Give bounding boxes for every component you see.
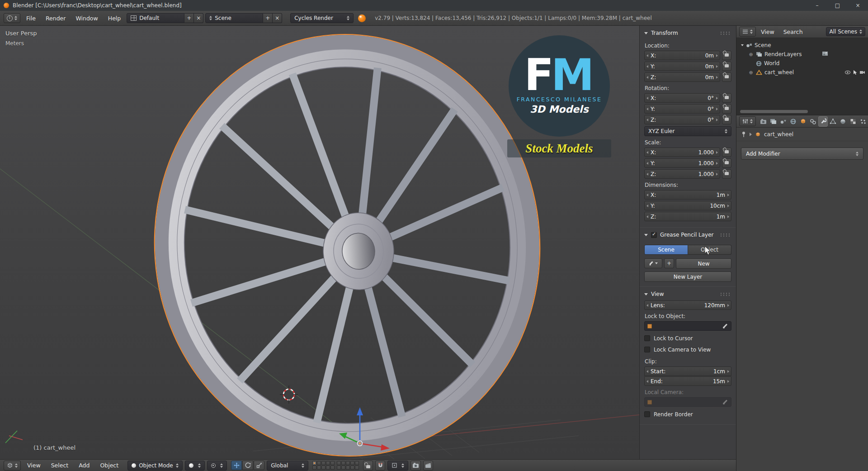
menu-render[interactable]: Render xyxy=(42,15,70,22)
scene-selector[interactable]: Scene xyxy=(205,13,263,23)
layers-widget[interactable] xyxy=(312,461,359,470)
location-z-lock-button[interactable] xyxy=(722,72,731,82)
render-visibility-icon[interactable] xyxy=(859,70,865,75)
location-y-field[interactable]: Y:0m xyxy=(644,62,720,71)
properties-editor-type-selector[interactable] xyxy=(739,116,756,126)
render-border-checkbox[interactable] xyxy=(644,411,650,417)
pivot-center-selector[interactable] xyxy=(207,461,227,471)
tab-scene[interactable]: Scene xyxy=(644,245,688,255)
render-engine-selector[interactable]: Cycles Render xyxy=(290,13,354,23)
scale-x-lock-button[interactable] xyxy=(722,147,731,157)
layer-grid-right[interactable] xyxy=(337,461,359,470)
tab-scene[interactable] xyxy=(778,116,788,127)
outliner-row-renderlayers[interactable]: ⊕ RenderLayers xyxy=(736,50,868,59)
manipulator-scale-button[interactable] xyxy=(254,461,264,470)
tab-render[interactable] xyxy=(759,116,768,127)
expand-icon[interactable]: ⊕ xyxy=(748,70,754,76)
snap-toggle-button[interactable] xyxy=(375,461,385,471)
gp-new-button[interactable]: New xyxy=(676,258,731,269)
expand-icon[interactable]: ⊕ xyxy=(748,52,754,57)
cursor-3d[interactable] xyxy=(280,385,298,404)
rotation-order-selector[interactable]: XYZ Euler xyxy=(644,126,731,136)
outliner-menu-view[interactable]: View xyxy=(757,29,778,35)
orientation-selector[interactable]: Global xyxy=(267,461,308,471)
tab-constraints[interactable] xyxy=(808,116,818,127)
eyedropper-icon[interactable] xyxy=(722,399,728,405)
eyedropper-icon[interactable] xyxy=(722,323,728,329)
outliner-scrollbar[interactable] xyxy=(740,110,808,113)
rotation-y-field[interactable]: Y:0° xyxy=(644,104,720,114)
gp-new-layer-button[interactable]: New Layer xyxy=(644,271,731,282)
clip-end-field[interactable]: End:15m xyxy=(644,376,731,386)
grease-pencil-checkbox[interactable]: ✓ xyxy=(651,232,657,238)
menu-window[interactable]: Window xyxy=(71,15,102,22)
manipulator-translate-button[interactable] xyxy=(231,461,242,470)
tab-object-data[interactable] xyxy=(828,116,838,127)
lock-object-field[interactable] xyxy=(644,321,731,331)
layer-grid-left[interactable] xyxy=(312,461,335,470)
clip-start-field[interactable]: Start:1cm xyxy=(644,366,731,376)
rotation-x-lock-button[interactable] xyxy=(722,93,731,103)
panel-grip-icon[interactable] xyxy=(720,31,731,35)
menu-add[interactable]: Add xyxy=(75,462,94,469)
rotation-z-lock-button[interactable] xyxy=(722,115,731,124)
gp-brush-selector[interactable] xyxy=(644,258,662,268)
rotation-z-field[interactable]: Z:0° xyxy=(644,115,720,124)
manipulator-rotate-button[interactable] xyxy=(242,461,253,470)
outliner-display-filter[interactable]: All Scenes xyxy=(826,27,865,36)
dimension-z-field[interactable]: Z:1m xyxy=(644,212,731,221)
snap-element-selector[interactable] xyxy=(387,461,408,471)
outliner-menu-search[interactable]: Search xyxy=(779,29,807,35)
outliner-editor-type-selector[interactable] xyxy=(739,27,756,37)
menu-help[interactable]: Help xyxy=(104,15,125,22)
opengl-render-image-button[interactable] xyxy=(410,461,421,471)
rotation-x-field[interactable]: X:0° xyxy=(644,93,720,103)
screen-layout-add-button[interactable]: + xyxy=(184,13,194,23)
tab-texture[interactable] xyxy=(848,116,858,127)
opengl-render-anim-button[interactable] xyxy=(423,461,433,471)
outliner-row-scene[interactable]: Scene xyxy=(736,41,868,50)
scene-delete-button[interactable]: × xyxy=(273,13,282,23)
tab-world[interactable] xyxy=(788,116,798,127)
scale-z-field[interactable]: Z:1.000 xyxy=(644,169,720,179)
close-button[interactable]: × xyxy=(848,0,868,11)
menu-view-3d[interactable]: View xyxy=(23,462,45,469)
tab-particles[interactable] xyxy=(858,116,868,127)
tab-render-layers[interactable] xyxy=(769,116,778,127)
editor-type-selector[interactable] xyxy=(4,13,20,23)
menu-file[interactable]: File xyxy=(22,15,40,22)
location-z-field[interactable]: Z:0m xyxy=(644,72,720,82)
tab-material[interactable] xyxy=(838,116,848,127)
eye-icon[interactable] xyxy=(844,70,851,75)
outliner-row-world[interactable]: World xyxy=(736,59,868,68)
lens-field[interactable]: Lens:120mm xyxy=(644,300,731,310)
panel-grip-icon[interactable] xyxy=(720,292,731,296)
minimize-button[interactable]: – xyxy=(807,0,827,11)
dimension-y-field[interactable]: Y:10cm xyxy=(644,201,731,210)
cursor-select-icon[interactable] xyxy=(853,70,858,75)
menu-select[interactable]: Select xyxy=(47,462,73,469)
view-panel-header[interactable]: View xyxy=(644,288,731,300)
scene-add-button[interactable]: + xyxy=(263,13,273,23)
tab-object[interactable] xyxy=(798,116,808,127)
pin-icon[interactable] xyxy=(741,131,746,138)
lock-to-scene-button[interactable] xyxy=(363,461,373,471)
dimension-x-field[interactable]: X:1m xyxy=(644,190,731,200)
location-y-lock-button[interactable] xyxy=(722,62,731,71)
mode-selector[interactable]: Object Mode xyxy=(127,461,183,471)
viewport-shading-selector[interactable] xyxy=(185,461,205,471)
tab-modifiers[interactable] xyxy=(818,116,828,127)
scale-y-lock-button[interactable] xyxy=(722,158,731,168)
editor-type-selector-3d[interactable] xyxy=(4,461,21,471)
menu-object[interactable]: Object xyxy=(96,462,123,469)
lock-to-cursor-checkbox[interactable] xyxy=(644,335,650,341)
local-camera-field[interactable] xyxy=(644,397,731,407)
rotation-y-lock-button[interactable] xyxy=(722,104,731,114)
gp-add-button[interactable]: + xyxy=(664,258,674,268)
collapse-icon[interactable] xyxy=(741,44,744,46)
location-x-lock-button[interactable] xyxy=(722,51,731,60)
viewport-3d[interactable]: User Persp Meters (1) cart_wheel F M FRA… xyxy=(0,26,736,459)
transform-panel-header[interactable]: Transform xyxy=(644,27,731,39)
add-modifier-button[interactable]: Add Modifier xyxy=(741,147,863,160)
scale-y-field[interactable]: Y:1.000 xyxy=(644,158,720,168)
